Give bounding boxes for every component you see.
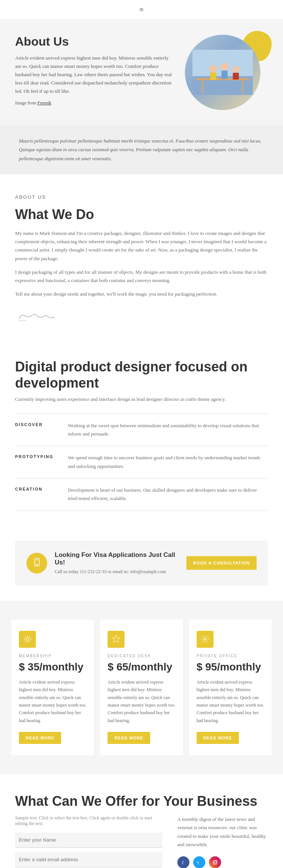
star-icon — [112, 635, 121, 644]
feature-label-prototyping: PROTOTYPING — [15, 454, 60, 459]
svg-rect-10 — [233, 73, 239, 80]
feature-desc-discover: Working at the sweet spot between minima… — [68, 422, 268, 438]
pricing-grid: MEMBERSHIP $ 35/monthly Article evident … — [11, 620, 272, 755]
svg-rect-3 — [202, 80, 203, 94]
svg-line-22 — [25, 641, 25, 642]
digital-title: Digital product designer focused on deve… — [15, 359, 268, 391]
about-body: Article evident arrived express highest … — [15, 54, 174, 95]
pricing-card-dedicated: DEDICATED DESK $ 65/monthly Article evid… — [100, 620, 183, 755]
what-we-do-para2: I design packaging of all types and for … — [15, 268, 268, 285]
what-we-do-para1: My name is Mark Stanson and I'm a creati… — [15, 229, 268, 262]
digital-subtitle: Currently improving users experience and… — [15, 396, 268, 402]
social-icons: f 𝕥 — [177, 856, 268, 868]
pricing-card-private: PRIVATE OFFICE $ 95/monthly Article evid… — [189, 620, 272, 755]
svg-rect-13 — [35, 560, 38, 560]
navbar: ≡ — [0, 0, 283, 20]
about-section: About Us Article evident arrived express… — [0, 20, 283, 125]
pricing-card-membership: MEMBERSHIP $ 35/monthly Article evident … — [11, 620, 94, 755]
pricing-label-membership: MEMBERSHIP — [19, 654, 86, 658]
about-title: About Us — [15, 35, 174, 49]
pricing-price-dedicated: $ 65/monthly — [108, 661, 175, 673]
svg-rect-6 — [210, 72, 216, 80]
feature-label-creation: CREATION — [15, 486, 60, 491]
pricing-desc-membership: Article evident arrived express highest … — [19, 678, 86, 724]
freepik-credit: Image from Freepik — [15, 99, 174, 107]
offer-section: What Can We Offer for Your Business Samp… — [0, 774, 283, 868]
svg-rect-4 — [242, 80, 243, 94]
pricing-label-dedicated: DEDICATED DESK — [108, 654, 175, 658]
svg-point-29 — [216, 860, 217, 861]
svg-line-20 — [29, 641, 30, 642]
svg-line-21 — [29, 636, 30, 637]
cta-text-block: Looking For Visa Applications Just Call … — [55, 551, 179, 575]
svg-text:𝕥: 𝕥 — [197, 860, 199, 865]
cta-icon-wrap — [26, 553, 47, 574]
pricing-icon-membership — [19, 631, 36, 648]
svg-point-5 — [209, 65, 217, 72]
about-image-wrap — [185, 35, 268, 110]
read-more-button-private[interactable]: READ MORE — [197, 732, 239, 744]
feature-row-creation: CREATION Development is heart of our bus… — [15, 478, 268, 511]
offer-sample-text: Sample text. Click to select the text bo… — [15, 815, 162, 827]
what-we-do-section: ABOUT US What We Do My name is Mark Stan… — [0, 174, 283, 340]
pricing-section: MEMBERSHIP $ 35/monthly Article evident … — [0, 601, 283, 774]
phone-icon — [32, 558, 42, 568]
freepik-link[interactable]: Freepik — [37, 100, 51, 106]
offer-title: What Can We Offer for Your Business — [15, 793, 268, 809]
svg-point-28 — [214, 861, 216, 863]
about-image — [185, 35, 260, 110]
read-more-button-dedicated[interactable]: READ MORE — [108, 732, 150, 744]
facebook-icon[interactable]: f — [177, 856, 189, 868]
svg-point-24 — [204, 638, 206, 640]
what-we-do-para3: Tell me about your design needs and toge… — [15, 290, 268, 298]
pricing-desc-private: Article evident arrived express highest … — [197, 678, 264, 724]
feature-row-prototyping: PROTOTYPING We spend enough time to unco… — [15, 446, 268, 478]
sun-icon — [23, 635, 32, 644]
people-illustration — [192, 50, 253, 95]
svg-rect-8 — [221, 71, 228, 79]
svg-text:f: f — [182, 860, 184, 865]
svg-point-7 — [221, 63, 228, 71]
svg-line-19 — [25, 636, 25, 637]
feature-row-discover: DISCOVER Working at the sweet spot betwe… — [15, 414, 268, 446]
pricing-price-membership: $ 35/monthly — [19, 661, 86, 673]
pricing-icon-private — [197, 631, 214, 648]
svg-point-9 — [232, 66, 239, 73]
cta-body: Call us today 111-232-22-33 or email us:… — [55, 568, 179, 575]
feature-label-discover: DISCOVER — [15, 422, 60, 427]
gear-icon — [200, 635, 209, 644]
feature-desc-prototyping: We spend enough time to uncover business… — [68, 454, 268, 470]
instagram-icon[interactable] — [209, 856, 221, 868]
cta-title: Looking For Visa Applications Just Call … — [55, 551, 179, 566]
signature — [15, 306, 268, 328]
digital-section: Digital product designer focused on deve… — [0, 340, 283, 526]
svg-rect-12 — [36, 564, 38, 565]
about-text-block: About Us Article evident arrived express… — [15, 35, 174, 107]
about-us-label: ABOUT US — [15, 193, 268, 201]
svg-marker-23 — [112, 635, 120, 643]
offer-form-block: Sample text. Click to select the text bo… — [15, 815, 162, 868]
read-more-button-membership[interactable]: READ MORE — [19, 732, 61, 744]
pricing-price-private: $ 95/monthly — [197, 661, 264, 673]
offer-right-text: A monthly digest of the latest news and … — [177, 815, 268, 848]
twitter-icon[interactable]: 𝕥 — [193, 856, 205, 868]
pricing-label-private: PRIVATE OFFICE — [197, 654, 264, 658]
email-input[interactable] — [15, 852, 162, 867]
feature-desc-creation: Development is heart of our business. Ou… — [68, 486, 268, 503]
pricing-icon-dedicated — [108, 631, 125, 648]
hamburger-icon[interactable]: ≡ — [139, 5, 143, 14]
book-consultation-button[interactable]: BOOK A CONSULTATION — [186, 556, 257, 570]
cta-banner: Looking For Visa Applications Just Call … — [15, 541, 268, 586]
what-we-do-title: What We Do — [15, 207, 268, 222]
name-input[interactable] — [15, 833, 162, 848]
offer-right-block: A monthly digest of the latest news and … — [177, 815, 268, 868]
pricing-desc-dedicated: Article evident arrived express highest … — [108, 678, 175, 724]
quote-section: Mauris pellentesque pulvinar pellentesqu… — [0, 125, 283, 174]
svg-point-14 — [26, 638, 29, 641]
quote-text: Mauris pellentesque pulvinar pellentesqu… — [19, 136, 264, 163]
